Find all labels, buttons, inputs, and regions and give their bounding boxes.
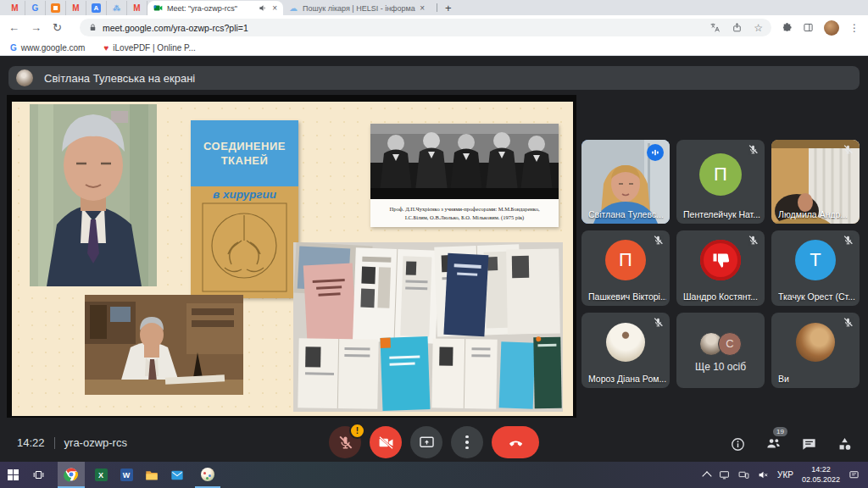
action-center-icon[interactable] (849, 469, 860, 480)
windows-taskbar: X W УКР 14:22 02.05.2022 (0, 462, 868, 488)
taskbar-app[interactable] (195, 462, 220, 488)
taskbar-date: 02.05.2022 (802, 475, 840, 485)
pinned-tab-gmail[interactable]: M (5, 1, 25, 15)
devices-icon[interactable] (738, 469, 749, 480)
tab-meet[interactable]: Meet: "yra-ozwp-rcs" × (147, 1, 283, 15)
participant-tile-moroz[interactable]: Мороз Діана Ром... (581, 313, 670, 388)
people-panel-button[interactable]: 19 (765, 435, 782, 454)
bookmark-google[interactable]: G www.google.com (10, 43, 85, 53)
orange-app-icon (51, 3, 60, 13)
participant-tile-penteleichuk[interactable]: П Пентелейчук Нат... (676, 140, 765, 224)
participant-name: Світлана Тулевс... (588, 209, 664, 219)
translate-icon: A (92, 3, 101, 13)
presenting-banner: Світлана Тулевська на екрані (8, 66, 860, 90)
address-bar[interactable]: meet.google.com/yra-ozwp-rcs?pli=1 ☆ (80, 19, 771, 36)
book-cover: СОЕДИНЕНИЕ ТКАНЕЙ в хирургии (191, 120, 298, 298)
volume-muted-icon[interactable] (758, 469, 769, 480)
tab-close-icon[interactable]: × (420, 3, 425, 13)
participant-photo-avatar (606, 323, 645, 362)
tab-helsi[interactable]: ☁ Пошук лікаря | HELSI - інформа × (283, 1, 431, 15)
tab-divider (437, 3, 437, 12)
book-title-line3: в хирургии (191, 186, 298, 201)
forward-icon[interactable]: → (31, 21, 42, 34)
participant-tile-svitlana[interactable]: Світлана Тулевс... (581, 140, 670, 224)
taskbar-mail[interactable] (164, 462, 190, 488)
mic-warning-badge: ! (349, 423, 365, 439)
taskbar-excel[interactable]: X (88, 462, 114, 488)
start-button[interactable] (0, 462, 25, 488)
chrome-icon (64, 467, 79, 482)
activities-icon[interactable] (837, 436, 853, 452)
overflow-tile-more-people[interactable]: С Ще 10 осіб (676, 313, 765, 388)
system-tray: УКР 14:22 02.05.2022 (704, 465, 868, 485)
participant-tile-liudmyla[interactable]: Людмила Андр... (771, 140, 860, 224)
tab-close-icon[interactable]: × (272, 3, 277, 13)
pinned-tab-orange-app[interactable] (46, 1, 66, 15)
taskbar-explorer[interactable] (139, 462, 164, 488)
participant-name: Людмила Андр... (778, 209, 848, 219)
mic-muted-icon (748, 235, 759, 246)
meeting-details-icon[interactable] (730, 436, 746, 452)
pinned-tab-google[interactable]: G (25, 1, 46, 15)
gmail-icon: M (72, 3, 79, 13)
overflow-avatars: С (699, 332, 742, 356)
side-panel-icon[interactable] (803, 22, 814, 33)
share-icon[interactable] (732, 22, 743, 33)
participant-tile-shandro[interactable]: Шандро Костянт... (676, 230, 765, 306)
screen: M G M A ⁂ M Meet: "yra-ozwp-rcs" × ☁ Пош… (0, 0, 868, 488)
group-photo (370, 124, 559, 199)
speaking-indicator-icon (647, 144, 664, 161)
task-view-button[interactable] (25, 462, 51, 488)
participant-initial-avatar: П (699, 153, 742, 196)
tab-title: Meet: "yra-ozwp-rcs" (167, 4, 254, 13)
taskbar-clock[interactable]: 14:22 02.05.2022 (802, 465, 840, 485)
bookmark-star-icon[interactable]: ☆ (754, 22, 763, 34)
pinned-tab-blue-app[interactable]: ⁂ (107, 1, 127, 15)
shared-screen: СОЕДИНЕНИЕ ТКАНЕЙ в хирургии (7, 95, 576, 418)
task-view-icon (32, 469, 45, 481)
cloud-favicon: ☁ (289, 3, 298, 13)
lock-icon (88, 23, 97, 32)
meet-favicon (153, 3, 163, 13)
participant-tile-tkachuk[interactable]: Т Ткачук Орест (Ст... (771, 230, 860, 306)
mic-muted-icon (843, 317, 854, 328)
pinned-tab-gmail-2[interactable]: M (66, 1, 86, 15)
display-icon[interactable] (719, 469, 730, 480)
bookmark-label: iLovePDF | Online P... (113, 43, 195, 53)
tray-expand-icon[interactable] (702, 471, 711, 480)
folder-icon (145, 469, 159, 482)
caption-line2: І.С.Білим, О.В.Люлько, Б.О. Мільковим. (… (370, 214, 559, 222)
participant-initial-avatar: Т (795, 240, 836, 280)
leave-call-button[interactable] (492, 426, 539, 458)
tab-audio-icon[interactable] (259, 3, 268, 13)
reload-icon[interactable]: ↻ (53, 21, 62, 34)
profile-avatar[interactable] (824, 20, 839, 36)
people-count-badge: 19 (773, 427, 787, 436)
participant-name: Пашкевич Вікторі... (588, 291, 666, 302)
bookmark-ilovepdf[interactable]: ♥ iLovePDF | Online P... (103, 43, 195, 53)
more-options-button[interactable] (451, 426, 483, 458)
excel-icon: X (95, 469, 108, 481)
language-indicator[interactable]: УКР (777, 470, 793, 480)
mic-button[interactable]: ! (329, 426, 361, 458)
caption-line1: Проф. Д.П.Чухрієнко з учнями-професорами… (370, 205, 559, 214)
back-icon[interactable]: ← (8, 21, 19, 34)
taskbar-chrome[interactable] (58, 462, 85, 488)
meeting-info: 14:22 yra-ozwp-rcs (17, 436, 127, 449)
participant-name: Шандро Костянт... (683, 291, 758, 302)
people-icon (765, 435, 782, 451)
extensions-icon[interactable] (782, 22, 793, 33)
new-tab-button[interactable]: + (445, 2, 452, 14)
translate-page-icon[interactable] (709, 22, 721, 33)
present-button[interactable] (410, 426, 442, 458)
chat-icon[interactable] (801, 436, 817, 452)
participant-tile-you[interactable]: Ви (771, 313, 860, 388)
camera-button[interactable] (370, 426, 402, 458)
pinned-tab-gmail-3[interactable]: M (127, 1, 147, 15)
browser-menu-icon[interactable]: ⋮ (849, 22, 860, 34)
participant-tile-pashkevych[interactable]: П Пашкевич Вікторі... (581, 230, 670, 306)
book-hands-drawing (191, 202, 298, 295)
presenting-banner-text: Світлана Тулевська на екрані (44, 72, 195, 85)
taskbar-word[interactable]: W (114, 462, 139, 488)
pinned-tab-translate[interactable]: A (86, 1, 107, 15)
